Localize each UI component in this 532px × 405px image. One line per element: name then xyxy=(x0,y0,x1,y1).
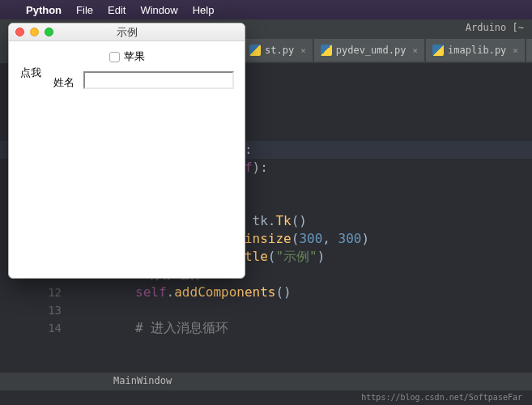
editor-tab[interactable]: imaplib.py × xyxy=(426,39,525,62)
macos-menu-bar: Python File Edit Window Help xyxy=(0,0,532,19)
code-comment: # 进入消息循环 xyxy=(135,320,228,335)
menu-app[interactable]: Python xyxy=(26,4,62,16)
line-number: 14 xyxy=(0,319,73,337)
editor-tab[interactable]: _pydev_e xyxy=(526,39,532,62)
code-token: "示例" xyxy=(275,249,317,264)
breadcrumb[interactable]: MainWindow xyxy=(0,373,532,390)
code-token: 300 xyxy=(338,231,362,246)
watermark: https://blog.csdn.net/SoftpaseFar xyxy=(361,393,522,402)
tk-title-bar[interactable]: 示例 xyxy=(9,23,245,41)
tab-label: pydev_umd.py xyxy=(336,45,406,56)
python-file-icon xyxy=(321,45,332,56)
menu-edit[interactable]: Edit xyxy=(108,4,126,16)
editor-tab[interactable]: st.py × xyxy=(243,39,313,62)
tk-body: 苹果 点我 姓名 xyxy=(9,41,245,278)
tab-label: st.py xyxy=(265,45,294,56)
menu-help[interactable]: Help xyxy=(193,4,215,16)
tk-window-title: 示例 xyxy=(9,25,245,40)
checkbox[interactable] xyxy=(109,52,120,62)
click-me-button[interactable]: 点我 xyxy=(20,66,41,80)
code-token: 300 xyxy=(299,231,322,246)
line-number: 13 xyxy=(0,301,73,319)
menu-file[interactable]: File xyxy=(76,4,93,16)
code-token: Tk xyxy=(275,213,291,228)
name-label: 姓名 xyxy=(53,75,74,90)
close-icon[interactable]: × xyxy=(412,45,418,56)
menu-window[interactable]: Window xyxy=(140,4,177,16)
python-file-icon xyxy=(249,45,261,56)
python-file-icon xyxy=(432,45,444,56)
code-token: () xyxy=(275,284,291,300)
editor-tab[interactable]: pydev_umd.py × xyxy=(314,39,424,62)
tab-label: imaplib.py xyxy=(448,45,506,56)
close-icon[interactable]: × xyxy=(300,45,306,56)
name-input[interactable] xyxy=(83,71,234,89)
line-number: 12 xyxy=(0,284,73,301)
checkbox-label: 苹果 xyxy=(124,49,145,64)
code-token: addComponents xyxy=(174,284,275,300)
tk-checkbox-row: 苹果 xyxy=(9,49,245,64)
code-token: () xyxy=(292,213,307,228)
tk-window[interactable]: 示例 苹果 点我 姓名 xyxy=(8,23,245,279)
close-icon[interactable]: × xyxy=(513,45,518,56)
